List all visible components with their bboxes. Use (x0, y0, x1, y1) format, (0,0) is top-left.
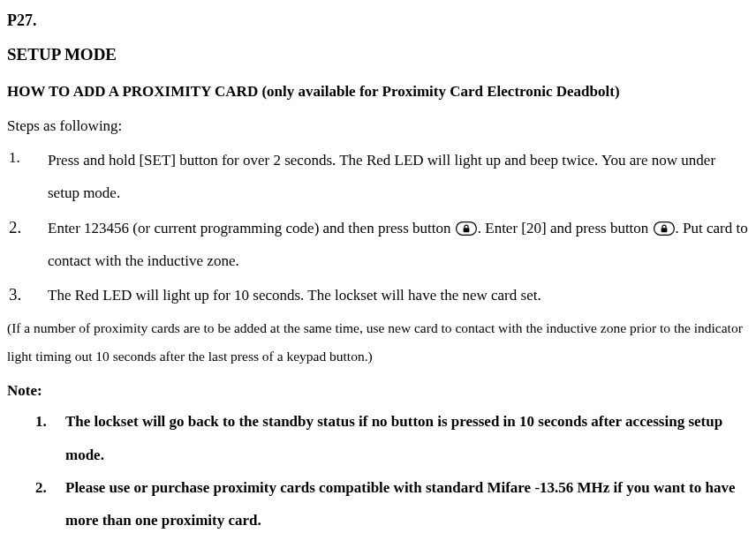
note-text: The lockset will go back to the standby … (65, 405, 749, 471)
step-item: 3. The Red LED will light up for 10 seco… (7, 279, 749, 312)
step-item: 2. Enter 123456 (or current programming … (7, 212, 749, 278)
note-number: 2. (7, 471, 65, 537)
steps-intro: Steps as following: (7, 112, 749, 140)
note-item: 1. The lockset will go back to the stand… (7, 405, 749, 471)
step-text: Press and hold [SET] button for over 2 s… (48, 144, 749, 210)
note-number: 3. (7, 537, 65, 548)
paren-note: (If a number of proximity cards are to b… (7, 314, 749, 372)
step-text: The Red LED will light up for 10 seconds… (48, 279, 749, 312)
step-number: 2. (7, 212, 48, 278)
step-text-part: Enter 123456 (or current programming cod… (48, 220, 455, 236)
page-label: P27. (7, 5, 749, 35)
lock-icon (654, 221, 675, 236)
lock-icon (456, 221, 477, 236)
svg-rect-3 (661, 228, 667, 232)
svg-rect-1 (463, 228, 469, 232)
steps-list: 1. Press and hold [SET] button for over … (7, 144, 749, 312)
setup-mode-title: SETUP MODE (7, 39, 749, 71)
notes-list: 1. The lockset will go back to the stand… (7, 405, 749, 548)
subtitle: HOW TO ADD A PROXIMITY CARD (only availa… (7, 78, 749, 106)
note-item: 3. Proximity card capacity: 10 sets maxi… (7, 537, 749, 548)
note-text: Proximity card capacity: 10 sets maximum… (65, 537, 749, 548)
step-item: 1. Press and hold [SET] button for over … (7, 144, 749, 210)
step-number: 3. (7, 279, 48, 312)
step-number: 1. (7, 144, 48, 210)
note-text: Please use or purchase proximity cards c… (65, 471, 749, 537)
note-number: 1. (7, 405, 65, 471)
step-text-part: . Enter [20] and press button (478, 220, 653, 236)
note-item: 2. Please use or purchase proximity card… (7, 471, 749, 537)
note-label: Note: (7, 377, 749, 405)
step-text: Enter 123456 (or current programming cod… (48, 212, 749, 278)
